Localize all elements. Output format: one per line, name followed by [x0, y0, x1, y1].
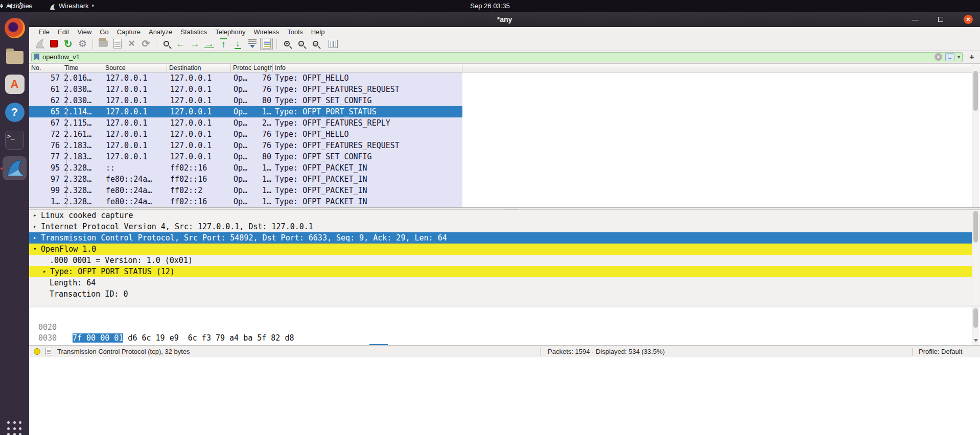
table-row[interactable]: 722.161…127.0.0.1127.0.0.1Op…76Type: OFP… — [29, 129, 462, 140]
packet-list-scrollbar[interactable] — [972, 64, 979, 207]
table-row[interactable]: 762.183…127.0.0.1127.0.0.1Op…76Type: OFP… — [29, 140, 462, 151]
packet-bytes-pane: 0020 7f 00 00 01 d6 6c 19 e9 6c f3 79 a4… — [29, 307, 980, 345]
find-packet-button[interactable] — [160, 38, 173, 50]
scrollbar-thumb[interactable] — [973, 211, 978, 243]
menu-statistics[interactable]: Statistics — [176, 27, 211, 37]
dock-item-terminal[interactable]: >_ — [3, 128, 27, 152]
maximize-button[interactable] — [936, 15, 945, 24]
window-titlebar[interactable]: *any — ✕ — [29, 12, 980, 27]
scrollbar-thumb[interactable] — [973, 71, 978, 111]
open-file-button[interactable] — [97, 38, 109, 50]
scroll-down-arrow-icon[interactable] — [974, 339, 978, 342]
colorize-packets-button[interactable] — [260, 38, 273, 50]
column-header-info[interactable]: Info — [273, 64, 462, 72]
detail-row-linux-cooked[interactable]: ▸Linux cooked capture — [29, 210, 972, 221]
hex-row[interactable]: 0020 7f 00 00 01 d6 6c 19 e9 6c f3 79 a4… — [29, 311, 642, 322]
close-button[interactable]: ✕ — [964, 15, 973, 24]
dock-item-ubuntu-software[interactable]: A — [3, 72, 27, 96]
column-header-source[interactable]: Source — [103, 64, 167, 72]
collapse-arrow-icon[interactable]: ▾ — [33, 244, 37, 255]
close-file-button[interactable]: ✕ — [125, 38, 138, 50]
table-row[interactable]: 612.030…127.0.0.1127.0.0.1Op…76Type: OFP… — [29, 84, 462, 95]
start-capture-button[interactable] — [33, 38, 46, 50]
scrollbar-thumb[interactable] — [973, 308, 978, 328]
minimize-button[interactable]: — — [911, 15, 920, 24]
auto-scroll-button[interactable] — [246, 38, 259, 50]
toolbar-separator — [156, 39, 156, 49]
bookmark-icon[interactable] — [34, 54, 39, 61]
zoom-out-button[interactable]: − — [295, 38, 308, 50]
apply-filter-button[interactable]: → — [945, 53, 954, 61]
zoom-normal-button[interactable]: = — [309, 38, 322, 50]
expert-info-icon[interactable] — [34, 348, 40, 355]
stop-capture-button[interactable] — [48, 38, 60, 50]
menu-wireless[interactable]: Wireless — [250, 27, 284, 37]
go-first-packet-button[interactable]: ↑ — [217, 38, 230, 50]
detail-row-type[interactable]: ▸Type: OFPT_PORT_STATUS (12) — [29, 266, 972, 277]
menu-tools[interactable]: Tools — [283, 27, 307, 37]
detail-row-ipv4[interactable]: ▸Internet Protocol Version 4, Src: 127.0… — [29, 221, 972, 232]
app-grid-button[interactable] — [6, 420, 24, 435]
table-row[interactable]: 672.115…127.0.0.1127.0.0.1Op…2…Type: OFP… — [29, 117, 462, 129]
expand-arrow-icon[interactable]: ▸ — [33, 221, 37, 232]
detail-row-tcp-selected[interactable]: ▸Transmission Control Protocol, Src Port… — [29, 232, 972, 244]
table-row[interactable]: 972.328…fe80::24a…ff02::16Op…1…Type: OFP… — [29, 174, 462, 185]
restart-capture-button[interactable]: ↻ — [62, 38, 75, 50]
help-mark: ? — [11, 106, 18, 119]
go-back-button[interactable]: ← — [174, 38, 187, 50]
menu-telephony[interactable]: Telephony — [211, 27, 249, 37]
clear-filter-button[interactable]: × — [935, 53, 942, 61]
display-filter-input[interactable]: openflow_v1 × → ▾ — [31, 52, 963, 62]
status-profile[interactable]: Profile: Default — [919, 346, 962, 358]
menu-file[interactable]: File — [35, 27, 54, 37]
detail-row-length[interactable]: Length: 64 — [29, 277, 972, 288]
hex-row[interactable]: 0040 14 2d ff 84 01 0c 00 40 00 00 00 00… — [29, 333, 642, 344]
table-row[interactable]: 622.030…127.0.0.1127.0.0.1Op…80Type: OFP… — [29, 95, 462, 106]
detail-row-version[interactable]: .000 0001 = Version: 1.0 (0x01) — [29, 255, 972, 266]
table-row[interactable]: 992.328…fe80::24a…ff02::2Op…1…Type: OFPT… — [29, 185, 462, 196]
hex-scrollbar[interactable] — [972, 307, 979, 345]
go-forward-button[interactable]: → — [189, 38, 201, 50]
table-row-selected[interactable]: 652.114…127.0.0.1127.0.0.1Op…1…Type: OFP… — [29, 106, 462, 117]
go-last-packet-button[interactable]: ↓ — [231, 38, 244, 50]
table-row[interactable]: 1…2.328…fe80::24a…ff02::16Op…1…Type: OFP… — [29, 196, 462, 207]
expand-arrow-icon[interactable]: ▸ — [33, 232, 37, 244]
zoom-in-button[interactable]: + — [281, 38, 293, 50]
resize-columns-button[interactable] — [326, 38, 339, 50]
filter-text[interactable]: openflow_v1 — [42, 53, 931, 61]
column-header-no[interactable]: No. — [29, 64, 62, 72]
capture-options-button[interactable]: ⚙ — [76, 38, 89, 50]
column-header-length[interactable]: Length — [251, 64, 273, 72]
details-scrollbar[interactable] — [972, 210, 979, 305]
save-file-button[interactable] — [111, 38, 124, 50]
save-icon — [113, 39, 122, 49]
detail-row-openflow[interactable]: ▾OpenFlow 1.0 — [29, 244, 972, 255]
add-filter-button[interactable]: + — [967, 52, 977, 62]
detail-row-transaction-id[interactable]: Transaction ID: 0 — [29, 288, 972, 300]
expand-arrow-icon[interactable]: ▸ — [33, 210, 37, 221]
menu-view[interactable]: View — [73, 27, 96, 37]
menu-help[interactable]: Help — [307, 27, 329, 37]
colorize-icon — [263, 39, 271, 49]
dock-item-help[interactable]: ? — [3, 100, 27, 124]
clock[interactable]: Sep 26 03:35 — [0, 0, 980, 12]
menu-edit[interactable]: Edit — [54, 27, 73, 37]
expand-arrow-icon[interactable]: ▸ — [43, 266, 46, 277]
table-row[interactable]: 572.016…127.0.0.1127.0.0.1Op…76Type: OFP… — [29, 72, 462, 84]
menu-go[interactable]: Go — [96, 27, 112, 37]
capture-comment-icon[interactable] — [45, 348, 52, 355]
reload-file-button[interactable]: ⟳ — [139, 38, 152, 50]
dock-item-files[interactable] — [3, 44, 27, 68]
dock-item-firefox[interactable] — [3, 16, 27, 40]
go-to-packet-button[interactable]: → — [203, 38, 216, 50]
hex-row[interactable]: 0030 80 18 00 56 fe 68 00 00 01 01 08 0a… — [29, 322, 642, 333]
column-header-time[interactable]: Time — [62, 64, 103, 72]
dock-item-wireshark[interactable] — [3, 156, 27, 180]
table-row[interactable]: 772.183…127.0.0.1127.0.0.1Op…80Type: OFP… — [29, 151, 462, 162]
menu-analyze[interactable]: Analyze — [145, 27, 176, 37]
column-header-protocol[interactable]: Protocol — [231, 64, 251, 72]
menu-capture[interactable]: Capture — [113, 27, 145, 37]
column-header-destination[interactable]: Destination — [167, 64, 231, 72]
table-row[interactable]: 952.328…::ff02::16Op…1…Type: OFPT_PACKET… — [29, 162, 462, 174]
filter-dropdown-icon[interactable]: ▾ — [958, 54, 960, 60]
